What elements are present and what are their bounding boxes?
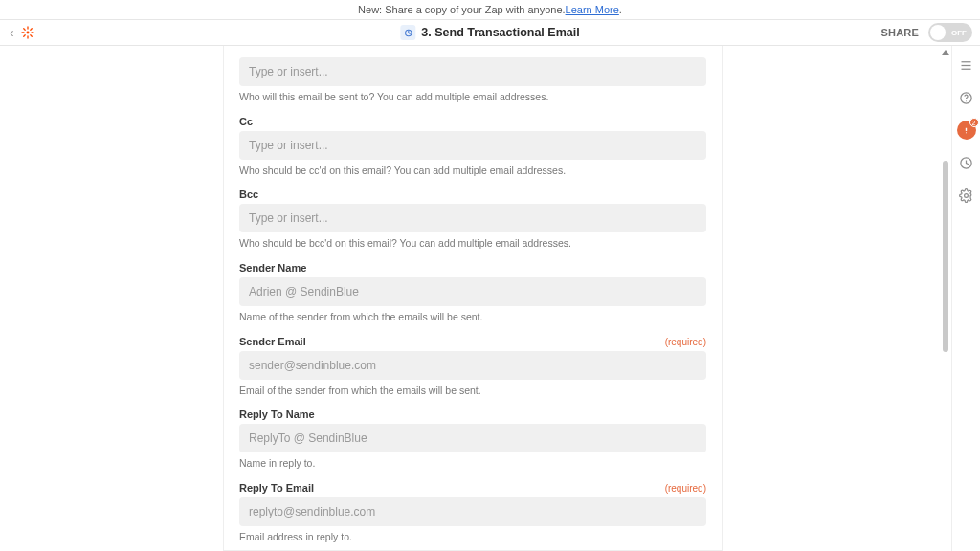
scrollbar-thumb[interactable] xyxy=(943,161,948,352)
editor-header: ‹ 3. Send Transactional Email SHARE OFF xyxy=(0,20,980,46)
alerts-icon[interactable]: 2 xyxy=(957,121,976,140)
reply-to-email-input[interactable] xyxy=(239,497,706,526)
promo-learn-more-link[interactable]: Learn More xyxy=(566,4,619,15)
right-rail: 2 xyxy=(951,46,980,551)
scroll-up-arrow-icon[interactable] xyxy=(942,50,949,55)
reply-to-email-required: (required) xyxy=(665,483,706,494)
reply-to-name-label: Reply To Name xyxy=(239,408,706,420)
promo-text: New: Share a copy of your Zap with anyon… xyxy=(358,4,565,15)
promo-banner: New: Share a copy of your Zap with anyon… xyxy=(0,0,980,20)
share-button[interactable]: SHARE xyxy=(880,27,919,38)
svg-point-0 xyxy=(26,32,29,34)
outline-icon[interactable] xyxy=(957,55,976,75)
settings-icon[interactable] xyxy=(957,186,976,205)
cc-help: Who should be cc'd on this email? You ca… xyxy=(239,165,706,178)
zapier-logo-icon[interactable] xyxy=(20,25,35,40)
to-input[interactable] xyxy=(239,57,706,86)
sender-name-input[interactable] xyxy=(239,277,706,306)
back-button[interactable]: ‹ xyxy=(8,25,16,40)
svg-rect-6 xyxy=(22,34,25,37)
svg-rect-1 xyxy=(27,26,28,29)
alerts-badge: 2 xyxy=(969,118,979,127)
cc-label: Cc xyxy=(239,116,706,127)
bcc-input[interactable] xyxy=(239,204,706,232)
svg-rect-2 xyxy=(27,35,28,38)
reply-to-email-label: Reply To Email (required) xyxy=(239,482,706,494)
svg-point-18 xyxy=(965,193,969,197)
reply-to-name-input[interactable] xyxy=(239,424,706,452)
sender-name-label: Sender Name xyxy=(239,262,706,274)
step-app-icon xyxy=(400,25,415,40)
reply-to-email-help: Email address in reply to. xyxy=(239,531,706,544)
help-icon[interactable] xyxy=(957,88,976,107)
zap-on-off-toggle[interactable]: OFF xyxy=(928,23,972,42)
sender-email-label: Sender Email (required) xyxy=(239,336,706,347)
promo-suffix: . xyxy=(619,4,622,15)
sender-email-input[interactable] xyxy=(239,351,706,380)
svg-rect-8 xyxy=(30,34,33,37)
sender-email-help: Email of the sender from which the email… xyxy=(239,385,706,398)
toggle-label: OFF xyxy=(951,29,967,37)
history-icon[interactable] xyxy=(957,153,976,172)
svg-rect-7 xyxy=(22,28,25,31)
step-title: 3. Send Transactional Email xyxy=(421,26,579,39)
svg-point-14 xyxy=(966,100,967,101)
svg-rect-4 xyxy=(31,32,33,33)
svg-rect-3 xyxy=(21,32,24,33)
cc-input[interactable] xyxy=(239,131,706,160)
bcc-help: Who should be bcc'd on this email? You c… xyxy=(239,237,706,251)
bcc-label: Bcc xyxy=(239,188,706,200)
sender-email-required: (required) xyxy=(665,337,706,347)
to-help: Who will this email be sent to? You can … xyxy=(239,91,706,104)
svg-rect-5 xyxy=(30,28,33,31)
editor-viewport: Who will this email be sent to? You can … xyxy=(0,46,980,551)
sender-name-help: Name of the sender from which the emails… xyxy=(239,311,706,324)
svg-point-16 xyxy=(966,132,967,133)
scrollbar[interactable] xyxy=(941,46,950,551)
reply-to-name-help: Name in reply to. xyxy=(239,457,706,471)
action-form-panel: Who will this email be sent to? You can … xyxy=(223,46,723,551)
